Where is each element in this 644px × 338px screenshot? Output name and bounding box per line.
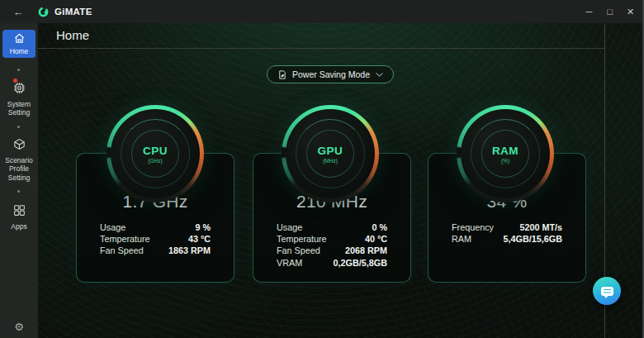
apps-grid-icon [12,203,26,222]
sidebar-item-home[interactable]: Home [2,30,36,58]
sidebar-item-label: System Setting [0,100,38,117]
notification-dot [13,79,17,83]
ram-stats: Frequency5200 MT/s RAM5,4GB/15,6GB [452,221,562,245]
gauge-title: CPU [143,145,168,157]
gauge-title: RAM [492,145,519,157]
stat-row: Temperature40 °C [277,233,387,245]
cpu-stats: Usage9 % Temperature43 °C Fan Speed1863 … [100,221,211,257]
stat-row: VRAM0,2GB/5,8GB [277,257,387,269]
chip-icon [12,81,26,100]
settings-gear-icon[interactable]: ⚙ [0,321,38,333]
stat-row: RAM5,4GB/15,6GB [452,233,562,245]
cpu-gauge-center: CPU (GHz) [131,130,179,178]
header-divider [38,48,605,49]
minimize-button[interactable]: ─ [579,0,599,23]
sidebar-item-label: Home [10,47,29,55]
maximize-button[interactable]: □ [599,0,620,23]
ram-gauge-center: RAM (%) [481,130,529,178]
chevron-down-icon [376,73,383,77]
separator-dot [17,69,20,71]
app-title: GiMATE [54,7,92,17]
sidebar-item-system-setting[interactable]: System Setting [0,81,38,117]
app-window: ← GiMATE ─ □ ✕ Home [0,0,644,338]
power-mode-label: Power Saving Mode [292,69,370,79]
gpu-stats: Usage0 % Temperature40 °C Fan Speed2068 … [277,221,387,269]
stat-row: Frequency5200 MT/s [452,221,562,233]
sidebar-item-label: Scenario Profile Setting [0,156,38,183]
power-mode-dropdown[interactable]: Power Saving Mode [267,65,394,83]
separator-dot [17,126,20,128]
stat-row: Usage0 % [277,221,387,233]
stat-row: Usage9 % [100,221,211,233]
app-logo-icon [38,7,49,17]
gpu-gauge: GPU (MHz) [282,105,379,202]
separator-dot [17,190,20,193]
gauge-unit: (GHz) [148,158,162,164]
gpu-gauge-center: GPU (MHz) [306,130,354,178]
sidebar-item-label: Apps [11,222,26,231]
chat-bubble-icon [601,287,613,296]
gauge-title: GPU [318,145,343,157]
gauge-unit: (%) [501,158,509,164]
page-title: Home [56,28,89,42]
chat-button[interactable] [593,277,621,305]
home-icon [13,32,26,46]
window-controls: ─ □ ✕ [579,0,641,23]
sidebar-item-apps[interactable]: Apps [0,203,38,231]
cpu-gauge: CPU (GHz) [107,105,204,202]
close-button[interactable]: ✕ [620,0,641,23]
cube-icon [12,137,26,156]
sidebar-item-scenario-profile-setting[interactable]: Scenario Profile Setting [0,137,38,183]
stat-row: Temperature43 °C [100,233,211,245]
main-content: Home Power Saving Mode 1.7 GHz Usage9 % … [38,23,642,338]
ram-gauge: RAM (%) [457,105,554,202]
stat-row: Fan Speed1863 RPM [100,245,211,256]
titlebar: ← GiMATE ─ □ ✕ [0,0,642,23]
back-button[interactable]: ← [10,6,26,18]
eco-leaf-icon [277,69,286,80]
sidebar: Home System Setting Scenar [0,23,38,338]
gauge-unit: (MHz) [323,158,338,164]
stat-row: Fan Speed2068 RPM [277,245,387,256]
